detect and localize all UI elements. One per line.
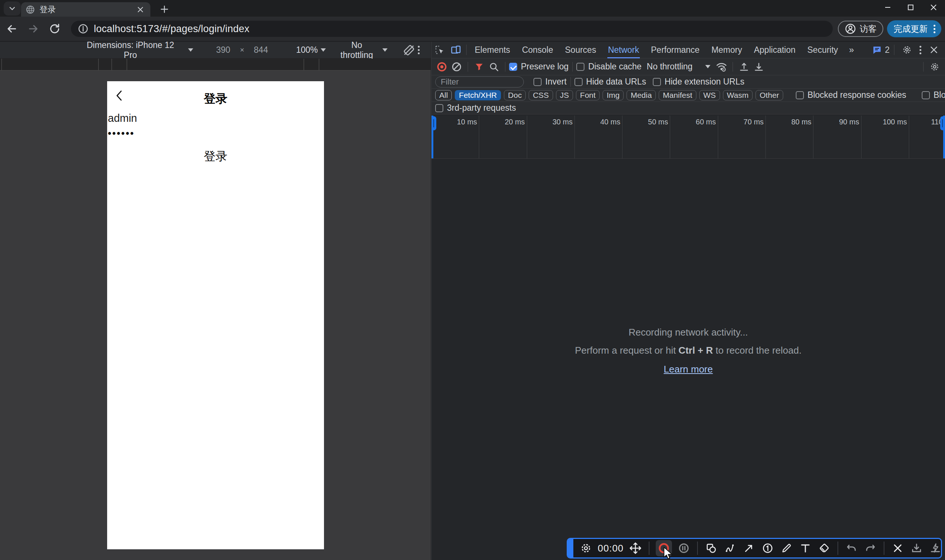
clear-network-icon[interactable] <box>449 60 464 74</box>
chip-js[interactable]: JS <box>556 90 573 100</box>
recorder-move-icon[interactable] <box>628 541 643 555</box>
invert-checkbox[interactable]: Invert <box>533 77 567 87</box>
new-tab-button[interactable] <box>157 3 172 15</box>
device-toolbar-menu-icon[interactable] <box>416 46 422 54</box>
recorder-drag-handle[interactable] <box>568 539 573 557</box>
device-select[interactable]: Dimensions: iPhone 12 Pro <box>79 40 193 60</box>
devtools-menu-icon[interactable] <box>917 46 923 54</box>
freehand-tool-icon[interactable] <box>723 541 737 555</box>
chip-media[interactable]: Media <box>627 90 656 100</box>
tab-performance[interactable]: Performance <box>645 42 706 58</box>
overview-right-grip-icon[interactable] <box>940 116 945 130</box>
divider <box>570 77 571 87</box>
chip-doc[interactable]: Doc <box>504 90 526 100</box>
learn-more-link[interactable]: Learn more <box>664 364 713 375</box>
tab-console[interactable]: Console <box>516 42 559 58</box>
inspect-element-icon[interactable] <box>432 42 448 57</box>
chip-img[interactable]: Img <box>603 90 624 100</box>
network-conditions-icon[interactable] <box>714 60 729 74</box>
forward-button[interactable] <box>24 19 43 38</box>
device-toolbar-toggle-icon[interactable] <box>448 42 464 57</box>
password-field[interactable]: •••••• <box>108 128 135 139</box>
window-close-icon[interactable] <box>922 0 945 15</box>
window-controls <box>876 0 945 15</box>
caret-down-icon <box>188 48 193 52</box>
screen-recorder-toolbar[interactable]: 00:00 <box>567 538 942 558</box>
browser-tab[interactable]: 登录 <box>21 2 150 17</box>
chip-font[interactable]: Font <box>576 90 600 100</box>
dimensions-times: × <box>240 46 244 54</box>
tab-search-button[interactable] <box>4 2 21 15</box>
site-info-icon[interactable] <box>77 23 89 34</box>
network-throttling-select[interactable]: No throttling <box>647 62 711 72</box>
rotate-device-icon[interactable] <box>402 43 416 57</box>
chip-manifest[interactable]: Manifest <box>659 90 696 100</box>
reload-button[interactable] <box>45 19 64 38</box>
window-maximize-icon[interactable] <box>899 0 922 15</box>
chip-fetch-xhr[interactable]: Fetch/XHR <box>455 90 501 100</box>
address-bar[interactable]: localhost:5173/#/pages/login/index <box>71 21 833 37</box>
profile-button[interactable]: 访客 <box>838 21 883 37</box>
device-height-value[interactable]: 844 <box>254 45 268 55</box>
update-menu-button[interactable]: 完成更新 <box>887 20 941 37</box>
back-button[interactable] <box>2 19 22 38</box>
eraser-tool-icon[interactable] <box>817 541 831 555</box>
recorder-pause-icon[interactable] <box>677 541 691 555</box>
tab-close-icon[interactable] <box>135 4 146 15</box>
devtools-settings-icon[interactable] <box>899 42 915 57</box>
recorder-stop-icon[interactable] <box>656 540 672 556</box>
disable-cache-checkbox[interactable]: Disable cache <box>576 62 641 72</box>
network-settings-icon[interactable] <box>927 60 942 74</box>
blocked-response-cookies-label: Blocked response cookies <box>808 90 906 100</box>
undo-icon[interactable] <box>845 541 859 555</box>
tab-security[interactable]: Security <box>801 42 844 58</box>
recorder-settings-icon[interactable] <box>579 541 593 555</box>
device-width-value[interactable]: 390 <box>216 45 230 55</box>
disable-cache-label: Disable cache <box>588 62 641 72</box>
username-field[interactable]: admin <box>108 112 137 125</box>
more-tabs-button[interactable]: » <box>844 45 859 55</box>
filter-icon[interactable] <box>472 60 487 74</box>
hide-extension-urls-checkbox[interactable]: Hide extension URLs <box>653 77 745 87</box>
record-network-icon[interactable] <box>435 60 449 74</box>
zoom-select[interactable]: 100% <box>296 45 326 55</box>
filter-input[interactable] <box>435 76 524 88</box>
timeline-tick: 90 ms <box>814 115 861 158</box>
login-button[interactable]: 登录 <box>107 148 324 165</box>
hide-data-urls-checkbox[interactable]: Hide data URLs <box>575 77 646 87</box>
tab-application[interactable]: Application <box>748 42 802 58</box>
chip-css[interactable]: CSS <box>529 90 553 100</box>
chip-other[interactable]: Other <box>755 90 783 100</box>
chip-ws[interactable]: WS <box>699 90 720 100</box>
overview-left-grip-icon[interactable] <box>432 116 436 130</box>
tab-memory[interactable]: Memory <box>706 42 748 58</box>
tab-network[interactable]: Network <box>602 42 645 58</box>
recorder-quick-export-icon[interactable] <box>928 541 942 555</box>
pencil-tool-icon[interactable] <box>780 541 794 555</box>
search-icon[interactable] <box>487 60 501 74</box>
network-overview[interactable]: 10 ms20 ms30 ms40 ms50 ms60 ms70 ms80 ms… <box>432 114 945 159</box>
shapes-tool-icon[interactable] <box>704 541 718 555</box>
window-minimize-icon[interactable] <box>876 0 899 15</box>
blocked-requests-checkbox[interactable]: Blocked requests <box>922 90 945 100</box>
third-party-checkbox[interactable]: 3rd-party requests <box>435 103 516 113</box>
import-har-icon[interactable] <box>737 60 751 74</box>
issues-counter[interactable]: 2 <box>872 45 890 55</box>
text-tool-icon[interactable] <box>799 541 812 555</box>
tab-sources[interactable]: Sources <box>559 42 602 58</box>
export-har-icon[interactable] <box>751 60 766 74</box>
chip-wasm[interactable]: Wasm <box>723 90 753 100</box>
device-throttling-select[interactable]: No throttling <box>334 40 387 60</box>
tab-elements[interactable]: Elements <box>469 42 516 58</box>
page-title: 登录 <box>107 91 324 107</box>
chip-all[interactable]: All <box>435 90 452 100</box>
recorder-download-icon[interactable] <box>910 541 923 555</box>
recorder-close-icon[interactable] <box>891 541 905 555</box>
browser-menu-icon[interactable] <box>931 25 937 33</box>
preserve-log-checkbox[interactable]: Preserve log <box>509 62 569 72</box>
redo-icon[interactable] <box>863 541 877 555</box>
devtools-close-icon[interactable] <box>926 42 942 57</box>
blocked-response-cookies-checkbox[interactable]: Blocked response cookies <box>796 90 906 100</box>
step-number-tool-icon[interactable] <box>761 541 775 555</box>
arrow-tool-icon[interactable] <box>742 541 756 555</box>
